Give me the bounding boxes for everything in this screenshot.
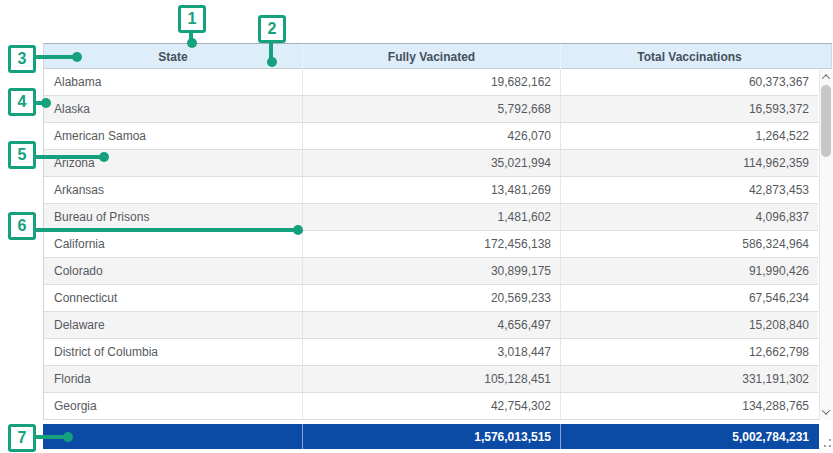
callout-7-number: 7 <box>8 424 36 452</box>
header-scrollbar-spacer <box>818 44 831 69</box>
callout-2-number: 2 <box>258 15 286 43</box>
table-row[interactable]: Colorado30,899,17591,990,426 <box>44 258 818 285</box>
table-row[interactable]: Alabama19,682,16260,373,367 <box>44 69 818 96</box>
cell-state: Delaware <box>44 312 302 338</box>
cell-fully-vaccinated: 426,070 <box>302 123 560 149</box>
callout-3-number: 3 <box>8 45 36 73</box>
cell-fully-vaccinated: 5,792,668 <box>302 96 560 122</box>
callout-5-line <box>34 155 102 159</box>
table-row[interactable]: California172,456,138586,324,964 <box>44 231 818 258</box>
cell-state: American Samoa <box>44 123 302 149</box>
cell-fully-vaccinated: 4,656,497 <box>302 312 560 338</box>
cell-fully-vaccinated: 42,754,302 <box>302 393 560 419</box>
cell-total-vaccinations: 586,324,964 <box>560 231 818 257</box>
cell-total-vaccinations: 4,096,837 <box>560 204 818 230</box>
table-row[interactable]: Delaware4,656,49715,208,840 <box>44 312 818 339</box>
cell-fully-vaccinated: 172,456,138 <box>302 231 560 257</box>
scroll-down-arrow[interactable] <box>820 405 832 419</box>
cell-total-vaccinations: 60,373,367 <box>560 69 818 95</box>
table-header-row: State Fully Vacinated Total Vaccinations <box>44 44 831 69</box>
cell-total-vaccinations: 67,546,234 <box>560 285 818 311</box>
callout-6-dot <box>293 225 303 235</box>
resize-grip-icon[interactable] <box>821 437 833 449</box>
cell-fully-vaccinated: 1,481,602 <box>302 204 560 230</box>
callout-3-dot <box>72 52 82 62</box>
cell-fully-vaccinated: 3,018,447 <box>302 339 560 365</box>
cell-total-vaccinations: 91,990,426 <box>560 258 818 284</box>
callout-5-number: 5 <box>8 141 36 169</box>
table-row[interactable]: Alaska5,792,66816,593,372 <box>44 96 818 123</box>
cell-state: Georgia <box>44 393 302 419</box>
totals-cell-total-vaccinations: 5,002,784,231 <box>560 424 818 449</box>
callout-1-dot <box>187 38 197 48</box>
table-row[interactable]: Georgia42,754,302134,288,765 <box>44 393 818 420</box>
cell-state: Colorado <box>44 258 302 284</box>
cell-state: California <box>44 231 302 257</box>
callout-5-dot <box>99 152 109 162</box>
cell-state: Arizona <box>44 150 302 176</box>
callout-6-number: 6 <box>8 212 36 240</box>
callout-6-line <box>34 228 296 232</box>
table-row[interactable]: District of Columbia3,018,44712,662,798 <box>44 339 818 366</box>
cell-state: Bureau of Prisons <box>44 204 302 230</box>
cell-fully-vaccinated: 35,021,994 <box>302 150 560 176</box>
cell-total-vaccinations: 134,288,765 <box>560 393 818 419</box>
cell-state: Alabama <box>44 69 302 95</box>
cell-fully-vaccinated: 13,481,269 <box>302 177 560 203</box>
vertical-scrollbar[interactable] <box>819 69 832 420</box>
state-vaccination-table: State Fully Vacinated Total Vaccinations… <box>43 43 832 449</box>
cell-state: District of Columbia <box>44 339 302 365</box>
cell-state: Arkansas <box>44 177 302 203</box>
cell-fully-vaccinated: 30,899,175 <box>302 258 560 284</box>
cell-total-vaccinations: 114,962,359 <box>560 150 818 176</box>
cell-fully-vaccinated: 105,128,451 <box>302 366 560 392</box>
table-row[interactable]: Arizona35,021,994114,962,359 <box>44 150 818 177</box>
callout-1-number: 1 <box>178 5 206 33</box>
cell-total-vaccinations: 42,873,453 <box>560 177 818 203</box>
totals-cell-fully-vaccinated: 1,576,013,515 <box>302 424 560 449</box>
callout-2-dot <box>267 57 277 67</box>
chevron-up-icon <box>822 74 830 82</box>
column-header-fully-vaccinated[interactable]: Fully Vacinated <box>302 44 560 69</box>
cell-fully-vaccinated: 20,569,233 <box>302 285 560 311</box>
callout-4-number: 4 <box>8 88 36 116</box>
totals-cell-state <box>43 424 302 449</box>
chevron-down-icon <box>822 406 830 414</box>
cell-state: Florida <box>44 366 302 392</box>
cell-state: Connecticut <box>44 285 302 311</box>
table-row[interactable]: Bureau of Prisons1,481,6024,096,837 <box>44 204 818 231</box>
cell-total-vaccinations: 16,593,372 <box>560 96 818 122</box>
table-row[interactable]: Florida105,128,451331,191,302 <box>44 366 818 393</box>
table-row[interactable]: Connecticut20,569,23367,546,234 <box>44 285 818 312</box>
vaccination-table-screenshot: State Fully Vacinated Total Vaccinations… <box>0 0 833 453</box>
callout-3-line <box>34 55 76 59</box>
table-row[interactable]: American Samoa426,0701,264,522 <box>44 123 818 150</box>
cell-total-vaccinations: 12,662,798 <box>560 339 818 365</box>
table-body: Alabama19,682,16260,373,367Alaska5,792,6… <box>44 69 818 420</box>
cell-state: Alaska <box>44 96 302 122</box>
callout-7-line <box>34 435 66 439</box>
scrollbar-thumb[interactable] <box>821 85 831 157</box>
callout-4-dot <box>41 98 51 108</box>
cell-total-vaccinations: 331,191,302 <box>560 366 818 392</box>
table-row[interactable]: Arkansas13,481,26942,873,453 <box>44 177 818 204</box>
cell-total-vaccinations: 15,208,840 <box>560 312 818 338</box>
scroll-up-arrow[interactable] <box>820 70 832 84</box>
totals-row: 1,576,013,515 5,002,784,231 <box>43 424 819 449</box>
callout-7-dot <box>63 432 73 442</box>
column-header-total-vaccinations[interactable]: Total Vaccinations <box>560 44 818 69</box>
column-header-state[interactable]: State <box>44 44 302 69</box>
cell-total-vaccinations: 1,264,522 <box>560 123 818 149</box>
cell-fully-vaccinated: 19,682,162 <box>302 69 560 95</box>
